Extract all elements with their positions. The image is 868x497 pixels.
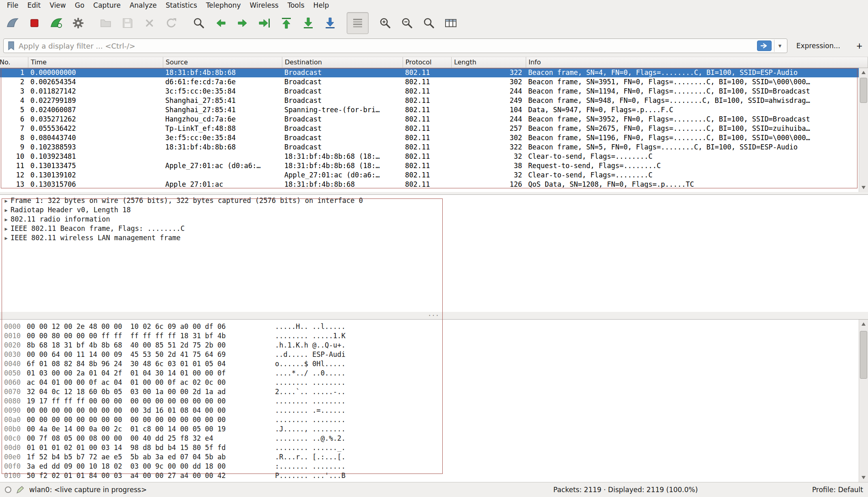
go-back-button[interactable]	[210, 12, 232, 34]
open-file-button[interactable]	[95, 12, 117, 34]
expand-arrow-icon[interactable]: ▶	[2, 215, 11, 224]
details-hex-splitter[interactable]: ···	[0, 312, 868, 319]
menu-item[interactable]: View	[45, 0, 70, 11]
detail-line[interactable]: ▶IEEE 802.11 Beacon frame, Flags: ......…	[0, 224, 868, 233]
hex-row[interactable]: 00a000 00 00 00 00 00 00 00 00 00 00 00 …	[0, 415, 868, 424]
stop-capture-button[interactable]	[23, 12, 45, 34]
hex-row[interactable]: 000000 00 12 00 2e 48 00 00 10 02 6c 09 …	[0, 322, 868, 331]
packet-row[interactable]: 8 0.080443740 3e:f5:cc:0e:35:84 Broadcas…	[0, 133, 859, 143]
detail-line[interactable]: ▶Frame 1: 322 bytes on wire (2576 bits),…	[0, 196, 868, 205]
hex-row[interactable]: 010050 f2 02 01 01 84 00 03 a4 00 00 27 …	[0, 471, 868, 480]
column-header-time[interactable]: Time	[28, 57, 163, 68]
expand-arrow-icon[interactable]: ▶	[2, 206, 11, 215]
find-packet-button[interactable]	[188, 12, 210, 34]
packet-row[interactable]: 2 0.002654354 d6:61:fe:cd:7a:6e Broadcas…	[0, 77, 859, 87]
arrow-to-line-icon	[258, 17, 271, 30]
display-filter-input[interactable]: ▾	[3, 38, 787, 53]
save-file-button[interactable]	[117, 12, 139, 34]
menu-item[interactable]: Help	[309, 0, 334, 11]
detail-line[interactable]: ▶802.11 radio information	[0, 215, 868, 224]
column-header-protocol[interactable]: Protocol	[403, 57, 452, 68]
hex-row[interactable]: 00b000 4a 0e 14 00 0a 00 2c 01 c8 00 14 …	[0, 424, 868, 434]
apply-filter-button[interactable]	[757, 41, 772, 51]
packet-row[interactable]: 5 0.024060087 Shanghai_27:85:41 Spanning…	[0, 105, 859, 115]
packet-row[interactable]: 1 0.000000000 18:31:bf:4b:8b:68 Broadcas…	[0, 68, 859, 77]
hex-row[interactable]: 005001 03 00 00 2a 01 04 2f 01 04 30 14 …	[0, 369, 868, 378]
hex-row[interactable]: 003000 00 64 00 11 14 00 09 45 53 50 2d …	[0, 350, 868, 359]
resize-columns-button[interactable]	[440, 12, 462, 34]
detail-line[interactable]: ▶IEEE 802.11 wireless LAN management fra…	[0, 233, 868, 243]
packet-row[interactable]: 3 0.011827142 3c:f5:cc:0e:35:84 Broadcas…	[0, 87, 859, 96]
menu-item[interactable]: Wireless	[245, 0, 283, 11]
column-header-info[interactable]: Info	[526, 57, 868, 68]
menu-item[interactable]: Tools	[283, 0, 309, 11]
packet-row[interactable]: 10 0.103923481 18:31:bf:4b:8b:68 (18:… 8…	[0, 152, 859, 161]
scroll-up-button[interactable]	[859, 320, 868, 328]
hex-pane-scrollbar[interactable]	[859, 320, 868, 482]
hex-row[interactable]: 001000 00 80 00 00 00 ff ff ff ff ff ff …	[0, 331, 868, 341]
start-capture-button[interactable]	[2, 12, 23, 34]
column-header-source[interactable]: Source	[163, 57, 282, 68]
zoom-original-button[interactable]	[418, 12, 440, 34]
zoom-in-button[interactable]	[374, 12, 396, 34]
auto-scroll-toggle-button[interactable]	[319, 12, 341, 34]
go-to-packet-button[interactable]	[254, 12, 275, 34]
menu-item[interactable]: Telephony	[202, 0, 245, 11]
menu-item[interactable]: File	[2, 0, 23, 11]
scrollbar-thumb[interactable]	[860, 78, 867, 103]
hex-row[interactable]: 009000 00 00 00 00 00 00 00 00 3d 16 01 …	[0, 406, 868, 415]
packet-row[interactable]: 9 0.102388593 18:31:bf:4b:8b:68 Broadcas…	[0, 143, 859, 152]
menu-item[interactable]: Analyze	[125, 0, 161, 11]
close-file-button[interactable]	[139, 12, 160, 34]
reload-file-button[interactable]	[160, 12, 182, 34]
capture-comment-pencil-icon[interactable]	[16, 486, 24, 494]
scroll-down-button[interactable]	[859, 473, 868, 482]
packet-list-scrollbar[interactable]	[859, 68, 868, 192]
hex-row[interactable]: 00406f 01 08 82 84 8b 96 24 30 48 6c 03 …	[0, 359, 868, 369]
hex-row[interactable]: 008019 17 ff ff ff 00 00 00 00 00 00 00 …	[0, 397, 868, 406]
column-header-length[interactable]: Length	[452, 57, 526, 68]
hex-row[interactable]: 007032 04 0c 12 18 60 0b 05 03 00 1a 00 …	[0, 387, 868, 397]
expand-arrow-icon[interactable]: ▶	[2, 196, 11, 206]
scroll-down-button[interactable]	[859, 183, 868, 192]
column-header-destination[interactable]: Destination	[282, 57, 403, 68]
filter-history-dropdown[interactable]: ▾	[774, 40, 785, 52]
expand-arrow-icon[interactable]: ▶	[2, 234, 11, 243]
expression-button[interactable]: Expression...	[792, 42, 845, 50]
packet-info: QoS Data, SN=1208, FN=0, Flags=.p.....TC	[526, 180, 859, 189]
add-filter-button[interactable]: +	[856, 41, 862, 51]
go-first-packet-button[interactable]	[275, 12, 297, 34]
colorize-toggle-button[interactable]	[347, 12, 369, 34]
go-last-packet-button[interactable]	[297, 12, 319, 34]
scroll-up-button[interactable]	[859, 68, 868, 77]
hex-row[interactable]: 00d001 01 01 02 01 00 03 14 98 d8 bd b4 …	[0, 443, 868, 452]
expand-arrow-icon[interactable]: ▶	[2, 224, 11, 234]
menu-item[interactable]: Go	[70, 0, 89, 11]
scrollbar-thumb[interactable]	[860, 331, 867, 379]
packet-row[interactable]: 13 0.130315706 Apple_27:01:ac 18:31:bf:4…	[0, 180, 859, 189]
hex-row[interactable]: 00c000 7f 08 05 00 08 00 00 00 40 dd 25 …	[0, 434, 868, 443]
hex-ascii: .R...r.. [.:...[.	[275, 452, 345, 462]
expert-info-icon[interactable]	[5, 486, 11, 493]
zoom-out-button[interactable]	[396, 12, 418, 34]
profile-selector[interactable]: Profile: Default	[812, 486, 863, 494]
restart-capture-button[interactable]	[45, 12, 67, 34]
column-header-no[interactable]: No.	[0, 57, 28, 68]
packet-row[interactable]: 11 0.130133475 Apple_27:01:ac (d0:a6:… 1…	[0, 161, 859, 171]
hex-row[interactable]: 00208b 68 18 31 bf 4b 8b 68 40 00 85 51 …	[0, 341, 868, 350]
hex-row[interactable]: 00f03a ed dd 09 00 10 18 02 03 00 9c 00 …	[0, 462, 868, 471]
capture-options-button[interactable]	[67, 12, 89, 34]
menu-item[interactable]: Statistics	[161, 0, 202, 11]
go-forward-button[interactable]	[232, 12, 254, 34]
packet-row[interactable]: 4 0.022799189 Shanghai_27:85:41 Broadcas…	[0, 96, 859, 105]
menu-item[interactable]: Edit	[23, 0, 45, 11]
hex-row[interactable]: 00e01f 52 b4 b5 b7 72 ae e5 5b ab 3a ed …	[0, 452, 868, 462]
hex-row[interactable]: 0060ac 04 01 00 00 0f ac 04 01 00 00 0f …	[0, 378, 868, 387]
packet-row[interactable]: 7 0.055536422 Tp-LinkT_ef:48:88 Broadcas…	[0, 124, 859, 133]
packet-row[interactable]: 12 0.130139102 Apple_27:01:ac (d0:a6:… 8…	[0, 171, 859, 180]
detail-line[interactable]: ▶Radiotap Header v0, Length 18	[0, 205, 868, 215]
packet-length: 244	[452, 115, 526, 124]
menu-item[interactable]: Capture	[89, 0, 125, 11]
packet-row[interactable]: 6 0.035271262 Hangzhou_cd:7a:6e Broadcas…	[0, 115, 859, 124]
filter-text-field[interactable]	[19, 42, 755, 50]
